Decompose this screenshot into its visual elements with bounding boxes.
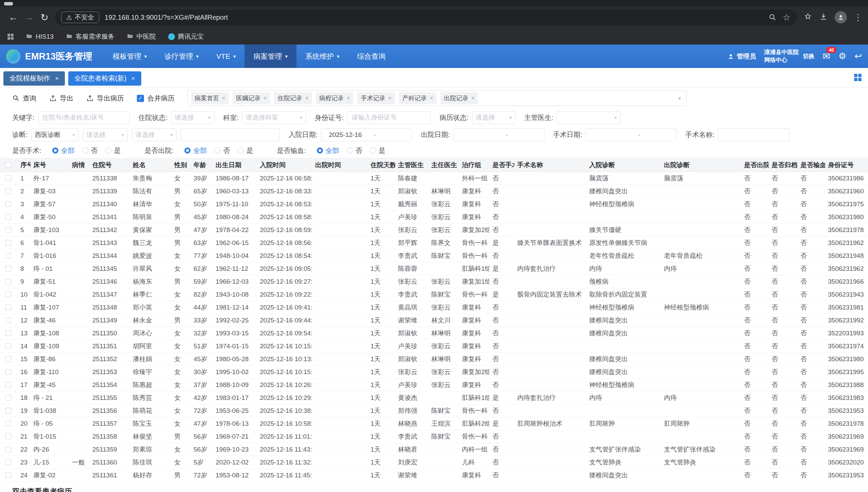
table-row[interactable]: 12康复-462511349林永金男33岁1992-02-252025-12-1… (0, 314, 868, 327)
table-row[interactable]: 8痔 - 012511345许翠风女62岁1962-11-122025-12-1… (0, 262, 868, 275)
bookmark-item[interactable]: 中医院 (123, 31, 160, 43)
radio-option[interactable]: 全部 (52, 146, 75, 155)
close-icon[interactable]: × (471, 95, 474, 101)
row-checkbox[interactable] (5, 188, 11, 194)
merge-records-checkbox[interactable]: ✓ 合并病历 (137, 94, 175, 103)
close-icon[interactable]: × (430, 95, 433, 101)
close-icon[interactable]: × (222, 95, 225, 101)
bookmark-star-icon[interactable]: ☆ (783, 13, 791, 22)
profile-avatar[interactable] (835, 11, 847, 23)
table-row[interactable]: 11康复-1072511348郑小英女44岁1981-12-142025-12-… (0, 301, 868, 314)
inpatient-status-select[interactable]: 请选择▾ (171, 111, 214, 124)
diagnosis-select-1[interactable]: 请选择▾ (83, 128, 128, 141)
zoom-icon[interactable] (768, 13, 777, 21)
bookmark-item[interactable]: HIS13 (22, 31, 58, 43)
row-checkbox[interactable] (5, 175, 11, 181)
record-type-chip[interactable]: 住院记录× (274, 92, 312, 104)
table-row[interactable]: 21骨1-0152511358林俊坚男56岁1969-07-212025-12-… (0, 430, 868, 443)
record-status-select[interactable]: 请选择▾ (472, 111, 516, 124)
radio-option[interactable]: 全部 (184, 146, 207, 155)
workspace-tab[interactable]: 全院患者检索(新)× (68, 71, 141, 86)
radio-option[interactable]: 否 (82, 146, 98, 155)
id-number-input[interactable] (347, 111, 431, 124)
settings-gear-icon[interactable]: ⚙ (838, 51, 846, 62)
menu-item[interactable]: 系统维护▾ (296, 45, 348, 68)
table-row[interactable]: 1外-172511338朱贵梅女39岁1986-08-172025-12-16 … (0, 172, 868, 185)
row-checkbox[interactable] (5, 317, 11, 323)
row-checkbox[interactable] (5, 434, 11, 439)
menu-item[interactable]: 模板管理▾ (104, 45, 156, 68)
export-button[interactable]: 导出 (49, 94, 73, 103)
download-icon[interactable] (819, 12, 828, 22)
record-type-chip[interactable]: 出院记录× (440, 92, 478, 104)
record-type-chip[interactable]: 医嘱记录× (233, 92, 270, 104)
bookmarks-side-panel-icon[interactable] (803, 12, 812, 22)
table-row[interactable]: 24康复-022511361杨好存男72岁1953-08-122025-12-1… (0, 469, 868, 482)
row-checkbox[interactable] (5, 266, 11, 271)
record-type-chip[interactable]: 手术记录× (357, 92, 395, 104)
reload-icon[interactable]: ↻ (37, 10, 52, 25)
bookmark-item[interactable]: 腾讯元宝 (164, 31, 208, 43)
table-row[interactable]: 6骨1-0412511343魏三龙男63岁1962-06-152025-12-1… (0, 236, 868, 249)
row-checkbox[interactable] (5, 395, 11, 401)
bookmark-item[interactable]: 客服需求服务 (62, 31, 119, 43)
row-checkbox[interactable] (5, 421, 11, 426)
export-records-button[interactable]: 导出病历 (86, 94, 124, 103)
keyword-input[interactable] (38, 111, 130, 124)
menu-item[interactable]: 病案管理▾ (245, 45, 296, 68)
row-checkbox[interactable] (5, 279, 11, 284)
messages-button[interactable]: ✉ 40 (822, 51, 830, 62)
row-checkbox[interactable] (5, 446, 11, 452)
record-type-chip[interactable]: 病案首页× (191, 92, 229, 104)
row-checkbox[interactable] (5, 201, 11, 207)
close-icon[interactable]: × (347, 95, 350, 101)
table-row[interactable]: 16康复-1102511353徐臻宇女30岁1995-10-022025-12-… (0, 366, 868, 379)
surgery-date-range[interactable]: - (585, 128, 676, 141)
table-row[interactable]: 5康复-1032511342黄保家男47岁1978-04-222025-12-1… (0, 224, 868, 236)
table-row[interactable]: 7骨1-0162511344姚爱波女77岁1948-10-042025-12-1… (0, 249, 868, 262)
row-checkbox[interactable] (5, 382, 11, 388)
close-icon[interactable]: × (264, 95, 267, 101)
record-type-multiselect[interactable]: 病案首页×医嘱记录×住院记录×病程记录×手术记录×产科记录×出院记录× ▾ (187, 90, 687, 106)
user-menu[interactable]: 管理员 (727, 52, 756, 61)
select-all-checkbox[interactable] (5, 162, 11, 168)
switch-hospital-button[interactable]: 切换 (803, 52, 814, 60)
radio-option[interactable]: 否 (347, 146, 362, 155)
attending-doctor-select[interactable]: ▾ (557, 111, 620, 124)
row-checkbox[interactable] (5, 304, 11, 310)
record-type-chip[interactable]: 产科记录× (399, 92, 436, 104)
row-checkbox[interactable] (5, 240, 11, 246)
table-row[interactable]: 9康复-512511346杨海东男59岁1966-12-032025-12-16… (0, 275, 868, 288)
row-checkbox[interactable] (5, 253, 11, 259)
radio-option[interactable]: 全部 (317, 146, 339, 155)
menu-item[interactable]: 诊疗管理▾ (156, 45, 208, 68)
radio-option[interactable]: 是 (237, 146, 253, 155)
table-row[interactable]: 18痔 - 212511355陈秀芸女42岁1983-01-172025-12-… (0, 391, 868, 404)
diagnosis-type-select[interactable]: 西医诊断▾ (31, 128, 79, 141)
radio-option[interactable]: 是 (105, 146, 121, 155)
security-chip[interactable]: ⚠ 不安全 (61, 12, 99, 23)
row-checkbox[interactable] (5, 356, 11, 362)
table-row[interactable]: 2康复-032511339陈法有男65岁1960-03-132025-12-16… (0, 185, 868, 198)
table-row[interactable]: 20痔 - 052511357陈宝玉女47岁1978-06-132025-12-… (0, 417, 868, 430)
row-checkbox[interactable] (5, 292, 11, 297)
browser-tab-stub[interactable] (4, 2, 13, 5)
layout-grid-icon[interactable] (854, 73, 862, 83)
record-type-chip[interactable]: 病程记录× (316, 92, 353, 104)
admission-date-start[interactable]: 2025-12-16 (329, 131, 365, 139)
close-icon[interactable]: × (131, 75, 135, 82)
table-row[interactable]: 4康复-502511341陈明泉男45岁1980-08-242025-12-16… (0, 211, 868, 224)
back-icon[interactable]: ← (5, 10, 21, 25)
row-checkbox[interactable] (5, 408, 11, 414)
surgery-name-input[interactable] (718, 128, 790, 141)
department-select[interactable]: 请选择科室▾ (242, 111, 306, 124)
diagnosis-input[interactable] (181, 128, 280, 141)
diagnosis-select-2[interactable]: 请选择▾ (132, 128, 177, 141)
row-checkbox[interactable] (5, 369, 11, 375)
table-row[interactable]: 10骨1-0422511347林季仁女82岁1943-10-082025-12-… (0, 288, 868, 301)
table-row[interactable]: 13康复-1082511350周冰心女32岁1993-03-152025-12-… (0, 327, 868, 340)
forward-icon[interactable]: → (21, 10, 37, 25)
table-row[interactable]: 22内-262511359郑素琼女56岁1969-10-232025-12-16… (0, 443, 868, 456)
url-text[interactable]: 192.168.10.3:9001/?s=XG#/PatAllReport (105, 14, 762, 21)
table-row[interactable]: 15康复-862511352潘桂娟女45岁1980-05-282025-12-1… (0, 353, 868, 366)
